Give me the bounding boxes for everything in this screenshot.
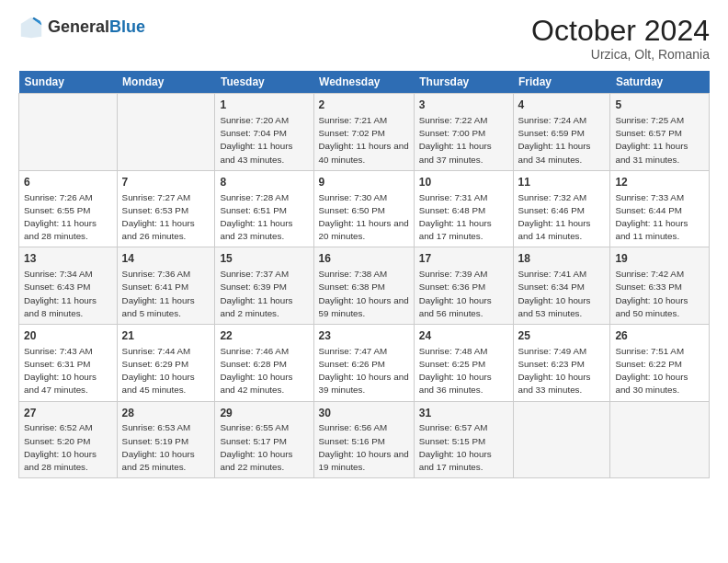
day-number: 30 <box>319 406 409 421</box>
day-info: Sunrise: 7:22 AM Sunset: 7:00 PM Dayligh… <box>419 114 508 167</box>
calendar-cell: 8Sunrise: 7:28 AM Sunset: 6:51 PM Daylig… <box>215 170 313 247</box>
calendar-cell: 2Sunrise: 7:21 AM Sunset: 7:02 PM Daylig… <box>313 94 414 171</box>
day-info: Sunrise: 6:53 AM Sunset: 5:19 PM Dayligh… <box>122 421 210 474</box>
logo-icon <box>18 15 44 40</box>
day-number: 2 <box>319 98 409 113</box>
day-info: Sunrise: 7:39 AM Sunset: 6:36 PM Dayligh… <box>419 268 508 320</box>
day-number: 22 <box>220 328 308 344</box>
day-number: 14 <box>122 251 210 267</box>
week-row-2: 6Sunrise: 7:26 AM Sunset: 6:55 PM Daylig… <box>19 170 710 247</box>
day-number: 1 <box>220 98 308 113</box>
calendar-cell: 7Sunrise: 7:27 AM Sunset: 6:53 PM Daylig… <box>117 170 215 247</box>
day-info: Sunrise: 7:31 AM Sunset: 6:48 PM Dayligh… <box>419 191 508 244</box>
day-info: Sunrise: 7:24 AM Sunset: 6:59 PM Dayligh… <box>518 114 606 167</box>
calendar-cell <box>19 94 118 171</box>
week-row-5: 27Sunrise: 6:52 AM Sunset: 5:20 PM Dayli… <box>19 401 710 478</box>
logo-text: GeneralBlue <box>48 18 145 37</box>
calendar-cell <box>610 401 710 478</box>
day-number: 8 <box>220 175 308 190</box>
calendar-cell: 25Sunrise: 7:49 AM Sunset: 6:23 PM Dayli… <box>513 325 610 402</box>
day-number: 6 <box>24 175 112 190</box>
day-number: 24 <box>419 328 508 344</box>
day-number: 13 <box>24 251 112 267</box>
page: GeneralBlue October 2024 Urzica, Olt, Ro… <box>0 0 728 563</box>
calendar-cell: 24Sunrise: 7:48 AM Sunset: 6:25 PM Dayli… <box>414 325 513 402</box>
day-number: 4 <box>518 98 606 113</box>
calendar-cell: 14Sunrise: 7:36 AM Sunset: 6:41 PM Dayli… <box>117 247 215 325</box>
day-info: Sunrise: 7:42 AM Sunset: 6:33 PM Dayligh… <box>615 268 704 320</box>
day-number: 23 <box>319 328 409 344</box>
day-info: Sunrise: 7:49 AM Sunset: 6:23 PM Dayligh… <box>518 345 606 397</box>
day-number: 29 <box>220 406 308 421</box>
day-info: Sunrise: 7:38 AM Sunset: 6:38 PM Dayligh… <box>319 268 409 320</box>
calendar-cell: 21Sunrise: 7:44 AM Sunset: 6:29 PM Dayli… <box>117 325 215 402</box>
calendar-cell: 17Sunrise: 7:39 AM Sunset: 6:36 PM Dayli… <box>414 247 513 325</box>
weekday-header-saturday: Saturday <box>610 71 710 94</box>
calendar-cell: 22Sunrise: 7:46 AM Sunset: 6:28 PM Dayli… <box>215 325 313 402</box>
weekday-header-tuesday: Tuesday <box>215 71 313 94</box>
calendar-cell: 13Sunrise: 7:34 AM Sunset: 6:43 PM Dayli… <box>19 247 118 325</box>
logo-general: General <box>48 18 109 37</box>
calendar-cell: 5Sunrise: 7:25 AM Sunset: 6:57 PM Daylig… <box>610 94 710 171</box>
day-number: 26 <box>615 328 704 344</box>
calendar-cell: 28Sunrise: 6:53 AM Sunset: 5:19 PM Dayli… <box>117 401 215 478</box>
weekday-header-sunday: Sunday <box>19 71 118 94</box>
day-info: Sunrise: 7:36 AM Sunset: 6:41 PM Dayligh… <box>122 268 210 320</box>
month-title: October 2024 <box>531 15 710 47</box>
day-info: Sunrise: 7:34 AM Sunset: 6:43 PM Dayligh… <box>24 268 112 320</box>
calendar-cell: 9Sunrise: 7:30 AM Sunset: 6:50 PM Daylig… <box>313 170 414 247</box>
day-info: Sunrise: 7:32 AM Sunset: 6:46 PM Dayligh… <box>518 191 606 244</box>
day-info: Sunrise: 7:33 AM Sunset: 6:44 PM Dayligh… <box>615 191 704 244</box>
calendar-cell: 16Sunrise: 7:38 AM Sunset: 6:38 PM Dayli… <box>313 247 414 325</box>
calendar-cell: 30Sunrise: 6:56 AM Sunset: 5:16 PM Dayli… <box>313 401 414 478</box>
day-info: Sunrise: 7:37 AM Sunset: 6:39 PM Dayligh… <box>220 268 308 320</box>
day-info: Sunrise: 7:41 AM Sunset: 6:34 PM Dayligh… <box>518 268 606 320</box>
calendar-cell <box>513 401 610 478</box>
week-row-3: 13Sunrise: 7:34 AM Sunset: 6:43 PM Dayli… <box>19 247 710 325</box>
day-number: 5 <box>615 98 704 113</box>
day-info: Sunrise: 7:20 AM Sunset: 7:04 PM Dayligh… <box>220 114 308 167</box>
day-info: Sunrise: 6:56 AM Sunset: 5:16 PM Dayligh… <box>319 421 409 474</box>
weekday-header-friday: Friday <box>513 71 610 94</box>
day-info: Sunrise: 7:48 AM Sunset: 6:25 PM Dayligh… <box>419 345 508 397</box>
week-row-4: 20Sunrise: 7:43 AM Sunset: 6:31 PM Dayli… <box>19 325 710 402</box>
logo: GeneralBlue <box>18 15 145 40</box>
day-info: Sunrise: 7:25 AM Sunset: 6:57 PM Dayligh… <box>615 114 704 167</box>
calendar-cell: 4Sunrise: 7:24 AM Sunset: 6:59 PM Daylig… <box>513 94 610 171</box>
weekday-header-monday: Monday <box>117 71 215 94</box>
day-number: 11 <box>518 175 606 190</box>
calendar-cell <box>117 94 215 171</box>
calendar-cell: 18Sunrise: 7:41 AM Sunset: 6:34 PM Dayli… <box>513 247 610 325</box>
day-info: Sunrise: 6:57 AM Sunset: 5:15 PM Dayligh… <box>419 421 508 474</box>
location-subtitle: Urzica, Olt, Romania <box>531 47 710 62</box>
day-info: Sunrise: 7:46 AM Sunset: 6:28 PM Dayligh… <box>220 345 308 397</box>
day-info: Sunrise: 6:52 AM Sunset: 5:20 PM Dayligh… <box>24 421 112 474</box>
day-number: 15 <box>220 251 308 267</box>
day-info: Sunrise: 7:27 AM Sunset: 6:53 PM Dayligh… <box>122 191 210 244</box>
calendar-cell: 6Sunrise: 7:26 AM Sunset: 6:55 PM Daylig… <box>19 170 118 247</box>
day-info: Sunrise: 7:21 AM Sunset: 7:02 PM Dayligh… <box>319 114 409 167</box>
day-info: Sunrise: 7:51 AM Sunset: 6:22 PM Dayligh… <box>615 345 704 397</box>
day-number: 20 <box>24 328 112 344</box>
calendar-cell: 26Sunrise: 7:51 AM Sunset: 6:22 PM Dayli… <box>610 325 710 402</box>
calendar-table: SundayMondayTuesdayWednesdayThursdayFrid… <box>18 71 710 478</box>
calendar-cell: 11Sunrise: 7:32 AM Sunset: 6:46 PM Dayli… <box>513 170 610 247</box>
header: GeneralBlue October 2024 Urzica, Olt, Ro… <box>18 15 710 62</box>
day-number: 19 <box>615 251 704 267</box>
day-number: 12 <box>615 175 704 190</box>
day-info: Sunrise: 7:26 AM Sunset: 6:55 PM Dayligh… <box>24 191 112 244</box>
day-number: 31 <box>419 406 508 421</box>
day-info: Sunrise: 7:43 AM Sunset: 6:31 PM Dayligh… <box>24 345 112 397</box>
calendar-cell: 3Sunrise: 7:22 AM Sunset: 7:00 PM Daylig… <box>414 94 513 171</box>
day-number: 17 <box>419 251 508 267</box>
week-row-1: 1Sunrise: 7:20 AM Sunset: 7:04 PM Daylig… <box>19 94 710 171</box>
calendar-cell: 12Sunrise: 7:33 AM Sunset: 6:44 PM Dayli… <box>610 170 710 247</box>
calendar-cell: 19Sunrise: 7:42 AM Sunset: 6:33 PM Dayli… <box>610 247 710 325</box>
day-info: Sunrise: 7:44 AM Sunset: 6:29 PM Dayligh… <box>122 345 210 397</box>
day-info: Sunrise: 7:30 AM Sunset: 6:50 PM Dayligh… <box>319 191 409 244</box>
day-info: Sunrise: 7:28 AM Sunset: 6:51 PM Dayligh… <box>220 191 308 244</box>
title-block: October 2024 Urzica, Olt, Romania <box>531 15 710 62</box>
weekday-header-wednesday: Wednesday <box>313 71 414 94</box>
day-number: 27 <box>24 406 112 421</box>
calendar-cell: 27Sunrise: 6:52 AM Sunset: 5:20 PM Dayli… <box>19 401 118 478</box>
